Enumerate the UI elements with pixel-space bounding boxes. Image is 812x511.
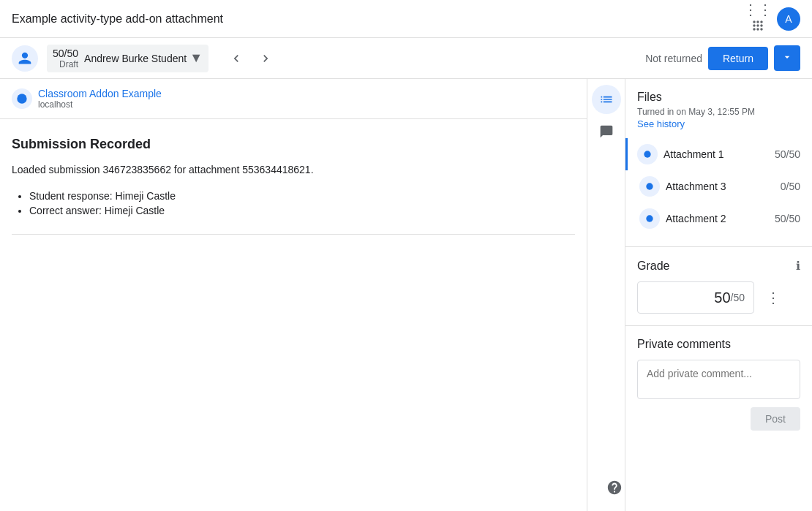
prev-student-button[interactable] bbox=[223, 45, 249, 72]
breadcrumb-text: Classroom Addon Example localhost bbox=[38, 88, 162, 110]
files-title: Files bbox=[637, 91, 800, 104]
attachment-item-3[interactable]: Attachment 3 0/50 bbox=[637, 170, 800, 202]
attachment-icon-3 bbox=[639, 176, 660, 197]
grade-score: 50 bbox=[714, 289, 730, 306]
list-item: Student response: Himeji Castle bbox=[29, 190, 575, 202]
attachment-icon-2 bbox=[639, 208, 660, 229]
return-button[interactable]: Return bbox=[708, 47, 768, 70]
attachment-item-2[interactable]: Attachment 2 50/50 bbox=[637, 202, 800, 235]
next-student-button[interactable] bbox=[252, 45, 279, 72]
student-score: 50/50 bbox=[53, 48, 78, 59]
list-item: Correct answer: Himeji Castle bbox=[29, 205, 575, 216]
apps-button[interactable]: ⋮⋮ bbox=[745, 6, 771, 32]
private-comments-title: Private comments bbox=[637, 338, 800, 351]
attachment-icon-1 bbox=[637, 144, 658, 164]
chevron-down-icon: ▼ bbox=[189, 50, 203, 66]
svg-point-1 bbox=[644, 151, 650, 157]
breadcrumb-subtitle: localhost bbox=[38, 99, 162, 110]
attachment-name-1: Attachment 1 bbox=[663, 148, 724, 160]
attachment-name-3: Attachment 3 bbox=[666, 181, 726, 192]
content-area: Submission Recorded Loaded submission 34… bbox=[0, 119, 587, 511]
action-buttons: Not returned Return bbox=[645, 45, 800, 71]
grade-info-icon[interactable]: ℹ bbox=[796, 259, 800, 273]
grade-menu-button[interactable]: ⋮ bbox=[760, 284, 786, 311]
user-avatar[interactable]: A bbox=[777, 7, 800, 31]
files-section: Files Turned in on May 3, 12:55 PM See h… bbox=[625, 79, 812, 247]
post-btn-row: Post bbox=[637, 407, 800, 431]
addon-icon bbox=[12, 88, 32, 109]
submission-bullets: Student response: Himeji Castle Correct … bbox=[12, 190, 575, 216]
grade-title: Grade bbox=[637, 260, 669, 273]
private-comments-section: Private comments Post bbox=[625, 326, 812, 442]
return-dropdown-button[interactable] bbox=[774, 45, 800, 71]
see-history-link[interactable]: See history bbox=[637, 118, 800, 129]
attachment-score-3: 0/50 bbox=[781, 181, 800, 192]
left-panel: Classroom Addon Example localhost Submis… bbox=[0, 79, 587, 511]
not-returned-label: Not returned bbox=[645, 53, 702, 64]
right-panel: Files Turned in on May 3, 12:55 PM See h… bbox=[625, 79, 812, 511]
attachment-left-2: Attachment 2 bbox=[639, 208, 726, 229]
comment-view-button[interactable] bbox=[592, 117, 621, 146]
private-comment-input[interactable] bbox=[637, 360, 800, 399]
grade-section: Grade ℹ 50 /50 ⋮ bbox=[625, 247, 812, 326]
student-name: Andrew Burke Student bbox=[84, 53, 187, 64]
list-view-button[interactable] bbox=[592, 85, 621, 114]
sidebar-strip bbox=[587, 79, 625, 511]
grade-input-row: 50 /50 ⋮ bbox=[637, 281, 800, 314]
attachment-score-2: 50/50 bbox=[775, 213, 800, 224]
breadcrumb-title: Classroom Addon Example bbox=[38, 88, 162, 99]
attachment-name-2: Attachment 2 bbox=[666, 213, 726, 224]
student-bar: 50/50 Draft Andrew Burke Student ▼ Not r… bbox=[0, 38, 812, 79]
main-layout: Classroom Addon Example localhost Submis… bbox=[0, 79, 812, 511]
submission-title: Submission Recorded bbox=[12, 137, 575, 152]
grade-out-of: /50 bbox=[731, 292, 745, 303]
grade-header: Grade ℹ bbox=[637, 259, 800, 273]
help-button[interactable] bbox=[600, 473, 629, 502]
student-draft: Draft bbox=[59, 59, 78, 69]
content-divider bbox=[12, 234, 575, 235]
files-turned-in: Turned in on May 3, 12:55 PM bbox=[637, 107, 800, 117]
attachment-left-1: Attachment 1 bbox=[637, 144, 724, 164]
post-button[interactable]: Post bbox=[751, 407, 800, 431]
svg-point-0 bbox=[17, 94, 26, 103]
score-draft: 50/50 Draft bbox=[53, 48, 78, 69]
top-bar: Example activity-type add-on attachment … bbox=[0, 0, 812, 38]
breadcrumb: Classroom Addon Example localhost bbox=[0, 79, 587, 119]
student-selector[interactable]: 50/50 Draft Andrew Burke Student ▼ bbox=[47, 45, 208, 72]
grade-menu-icon: ⋮ bbox=[766, 289, 781, 306]
svg-point-3 bbox=[646, 215, 653, 222]
nav-arrows bbox=[223, 45, 279, 72]
student-info: 50/50 Draft Andrew Burke Student ▼ bbox=[12, 45, 645, 72]
apps-icon: ⋮⋮ bbox=[743, 1, 772, 37]
submission-body: Loaded submission 346723835662 for attac… bbox=[12, 164, 575, 175]
top-bar-icons: ⋮⋮ A bbox=[745, 6, 800, 32]
grade-input-box[interactable]: 50 /50 bbox=[637, 281, 754, 314]
attachment-left-3: Attachment 3 bbox=[639, 176, 726, 197]
svg-point-2 bbox=[646, 183, 653, 189]
app-title: Example activity-type add-on attachment bbox=[12, 12, 223, 26]
student-avatar bbox=[12, 45, 38, 72]
attachment-item-1[interactable]: Attachment 1 50/50 bbox=[625, 138, 800, 170]
attachment-score-1: 50/50 bbox=[775, 148, 800, 160]
